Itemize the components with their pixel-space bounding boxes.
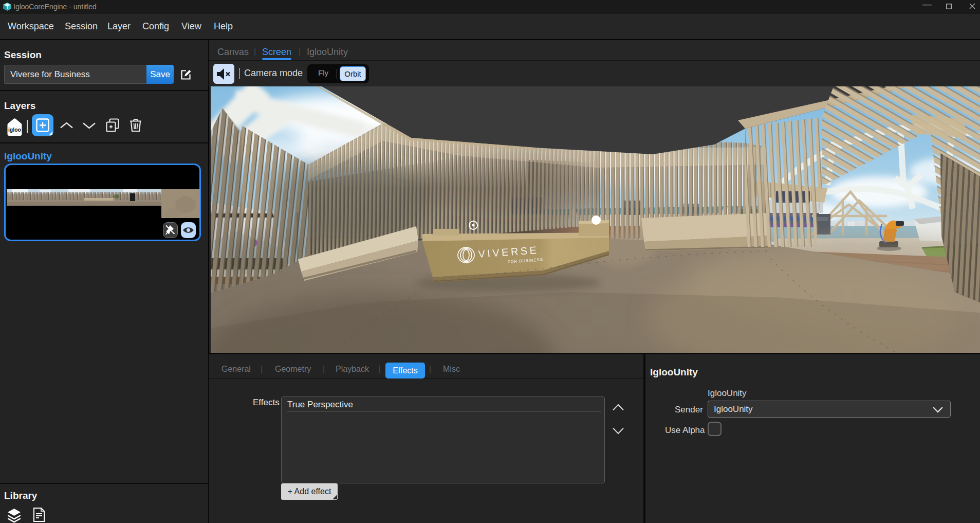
svg-text:igloo: igloo — [8, 127, 21, 133]
